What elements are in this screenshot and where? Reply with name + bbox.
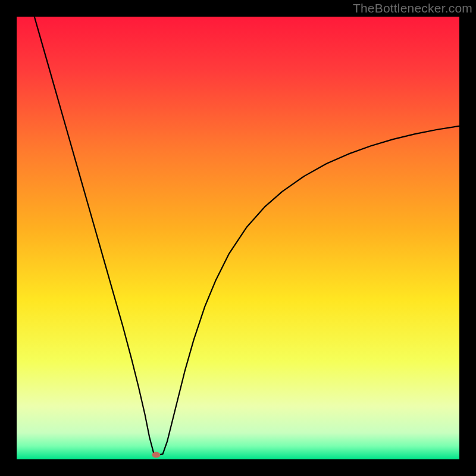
- chart-frame: TheBottlenecker.com: [0, 0, 476, 476]
- plot-background: [17, 17, 459, 459]
- watermark: TheBottlenecker.com: [353, 1, 472, 15]
- optimal-marker: [152, 452, 160, 458]
- bottleneck-chart: [17, 17, 459, 459]
